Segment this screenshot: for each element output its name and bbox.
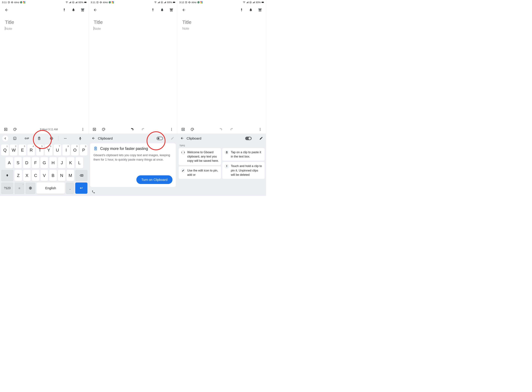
note-input[interactable]: Note (94, 26, 172, 31)
key-D[interactable]: D (23, 157, 31, 168)
archive-button[interactable] (257, 7, 263, 13)
phone-icon[interactable] (92, 190, 95, 194)
key-Z[interactable]: Z (14, 170, 22, 181)
pin-button[interactable] (61, 7, 67, 13)
clipboard-back-button[interactable] (92, 136, 95, 140)
tip-card[interactable]: Touch and hold a clip to pin it. Unpinne… (222, 162, 264, 179)
key-period[interactable]: . (66, 182, 74, 194)
gboard-settings-button[interactable] (45, 133, 57, 143)
key-backspace[interactable] (75, 170, 88, 181)
status-bar: 3:11 60Hz R 93% (89, 0, 177, 5)
clipboard-edit-button[interactable] (259, 136, 263, 140)
key-N[interactable]: N (58, 170, 65, 181)
key-symbols[interactable]: ?123 (1, 182, 13, 194)
tip-text: Touch and hold a clip to pin it. Unpinne… (231, 164, 262, 177)
palette-button[interactable] (190, 127, 194, 131)
status-time: 3:12 (179, 1, 184, 4)
signal-icon (69, 1, 71, 4)
reminder-button[interactable] (248, 7, 254, 13)
gboard-clipboard-panel: Clipboard Copy more for faster pasting G… (89, 133, 177, 196)
toggle-icon (181, 150, 185, 155)
key-emoji[interactable]: ☺, (14, 182, 24, 194)
key-S[interactable]: S (14, 157, 22, 168)
pin-button[interactable] (150, 7, 156, 13)
key-M[interactable]: M (67, 170, 74, 181)
key-I[interactable]: I8 (62, 145, 70, 156)
key-shift[interactable] (1, 170, 13, 181)
key-G[interactable]: G (41, 157, 48, 168)
gboard-sticker-button[interactable] (9, 133, 21, 143)
title-input[interactable] (5, 19, 84, 26)
gboard-mic-button[interactable] (74, 133, 86, 143)
clipboard-back-button[interactable] (180, 136, 184, 140)
key-J[interactable]: J (58, 157, 66, 168)
palette-button[interactable] (13, 127, 17, 131)
add-button[interactable] (181, 127, 185, 131)
title-input[interactable] (182, 19, 261, 26)
note-area: Note (89, 15, 177, 30)
pencil-icon (181, 168, 185, 173)
note-area: Note (0, 15, 89, 30)
more-button[interactable] (81, 127, 85, 131)
gboard-more-button[interactable] (59, 133, 71, 143)
reminder-button[interactable] (159, 7, 165, 13)
screen-1: 3:11 60Hz R 93% (0, 0, 89, 196)
key-B[interactable]: B (49, 170, 57, 181)
turn-on-clipboard-button[interactable]: Turn on Clipboard (136, 175, 172, 184)
key-L[interactable]: L (75, 157, 83, 168)
undo-button[interactable] (130, 127, 134, 131)
pinwheel-icon (197, 1, 200, 4)
tip-card[interactable]: Use the edit icon to pin, add or (179, 166, 221, 179)
add-button[interactable] (92, 127, 97, 131)
key-Y[interactable]: Y6 (45, 145, 52, 156)
more-button[interactable] (169, 127, 174, 131)
gboard-clipboard-button[interactable] (33, 133, 45, 143)
palette-button[interactable] (102, 127, 106, 131)
pin-icon (224, 164, 229, 168)
key-W[interactable]: W2 (10, 145, 18, 156)
pin-button[interactable] (239, 7, 245, 13)
archive-button[interactable] (168, 7, 174, 13)
gboard-gif-button[interactable]: GIF (21, 133, 33, 143)
key-U[interactable]: U7 (54, 145, 61, 156)
edit-bar: Edited 3:11 AM (0, 125, 89, 133)
status-time: 3:11 (91, 1, 95, 4)
alarm-icon (96, 1, 99, 4)
gboard-collapse-button[interactable] (2, 135, 8, 141)
gboard-bottom-row (89, 188, 177, 196)
back-button[interactable] (4, 7, 9, 13)
key-R[interactable]: R4 (27, 145, 35, 156)
key-E[interactable]: E3 (19, 145, 26, 156)
key-enter[interactable] (75, 182, 88, 194)
key-Q[interactable]: Q1 (1, 145, 9, 156)
more-button[interactable] (258, 127, 262, 131)
key-space[interactable]: English (37, 182, 65, 194)
key-H[interactable]: H (49, 157, 57, 168)
clipboard-toggle[interactable] (245, 137, 252, 140)
signal-icon-2 (75, 1, 78, 4)
key-language[interactable] (26, 182, 35, 194)
status-battery-pct: 93% (167, 1, 172, 4)
key-P[interactable]: P0 (80, 145, 87, 156)
title-input[interactable] (94, 19, 172, 26)
note-input[interactable]: Note (5, 26, 84, 31)
clipboard-header: Clipboard (177, 133, 266, 143)
note-input[interactable]: Note (182, 26, 261, 30)
key-C[interactable]: C (32, 170, 39, 181)
back-button[interactable] (181, 7, 187, 13)
add-button[interactable] (4, 127, 8, 131)
key-A[interactable]: A (5, 157, 13, 168)
key-V[interactable]: V (41, 170, 48, 181)
tip-card[interactable]: Tap on a clip to paste it in the text bo… (222, 148, 264, 161)
tip-card[interactable]: Welcome to Gboard clipboard, any text yo… (179, 148, 221, 165)
back-button[interactable] (92, 7, 98, 13)
key-K[interactable]: K (67, 157, 74, 168)
archive-button[interactable] (80, 7, 86, 13)
reminder-button[interactable] (71, 7, 77, 13)
key-O[interactable]: O9 (71, 145, 79, 156)
key-X[interactable]: X (23, 170, 31, 181)
clipboard-title: Clipboard (187, 136, 243, 140)
clipboard-toggle[interactable] (157, 137, 163, 140)
key-F[interactable]: F (32, 157, 39, 168)
key-T[interactable]: T5 (36, 145, 44, 156)
